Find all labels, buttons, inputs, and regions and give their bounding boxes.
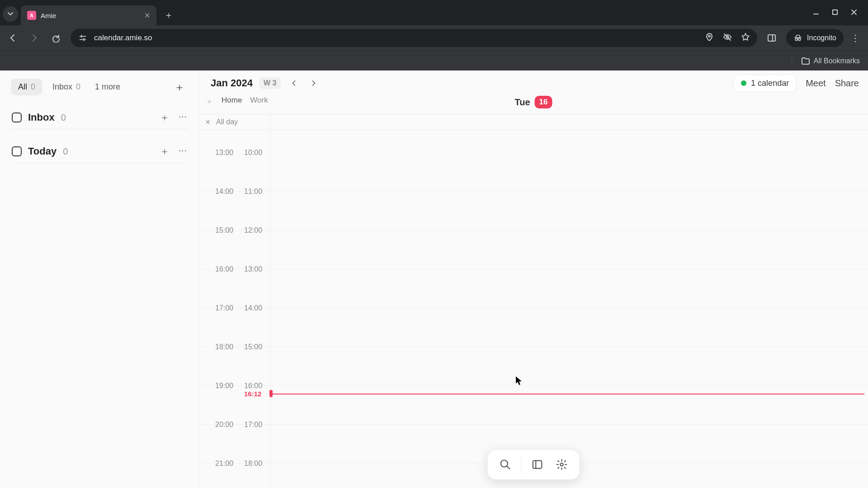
section-more-icon[interactable]: ··· — [179, 145, 187, 158]
layout-button[interactable] — [527, 454, 548, 475]
sidebar-section-inbox[interactable]: Inbox 0 ＋ ··· — [11, 108, 188, 127]
all-bookmarks-button[interactable]: All Bookmarks — [814, 57, 860, 65]
close-window-icon[interactable] — [851, 9, 857, 17]
all-day-row[interactable]: ✕ All day — [199, 114, 868, 130]
layout-icon — [532, 459, 543, 470]
bookmark-star-icon[interactable] — [741, 33, 750, 44]
hour-label-primary: 16:00 — [215, 265, 233, 273]
calendars-label: 1 calendar — [751, 79, 789, 88]
tracking-blocked-icon[interactable] — [723, 33, 732, 44]
app-root: All 0 Inbox 0 1 more ＋ Inbox 0 — [0, 70, 868, 488]
sidebar-tab-label: Inbox — [52, 82, 72, 92]
tab-search-button[interactable] — [3, 6, 18, 22]
hour-row[interactable] — [199, 269, 868, 308]
browser-tab[interactable]: A Amie ✕ — [21, 5, 156, 25]
hour-label-primary: 19:00 — [215, 382, 233, 390]
minimize-icon[interactable] — [813, 9, 819, 17]
section-add-icon[interactable]: ＋ — [160, 145, 170, 158]
incognito-chip[interactable]: Incognito — [786, 29, 844, 47]
hour-label-primary: 15:00 — [215, 226, 233, 235]
hour-label-primary: 20:00 — [215, 421, 233, 429]
calendars-chip[interactable]: 1 calendar — [733, 75, 797, 92]
location-icon[interactable] — [705, 33, 714, 44]
search-button[interactable] — [495, 454, 516, 475]
sidebar-tab-inbox[interactable]: Inbox 0 — [45, 79, 88, 95]
sidebar-section-count: 0 — [63, 146, 68, 157]
reload-button[interactable] — [49, 31, 63, 45]
forward-button[interactable] — [27, 31, 42, 45]
profile-tabs: ＋ Home Work Tue 16 — [199, 96, 868, 114]
folder-icon — [801, 56, 810, 66]
search-icon — [500, 459, 511, 470]
hour-label-primary: 21:00 — [215, 460, 233, 468]
tab-title: Amie — [41, 12, 56, 19]
sidebar-section-today[interactable]: Today 0 ＋ ··· — [11, 142, 188, 161]
prev-button[interactable] — [287, 76, 301, 90]
hour-label-secondary: 16:00 — [244, 382, 262, 390]
now-indicator-label: 16:12 — [244, 390, 261, 398]
new-tab-button[interactable]: ＋ — [161, 7, 176, 23]
svg-rect-0 — [833, 10, 837, 14]
bookmarks-bar: All Bookmarks — [0, 51, 868, 70]
hour-label-primary: 14:00 — [215, 188, 233, 196]
day-of-week: Tue — [515, 97, 530, 108]
sidebar-tab-count: 0 — [76, 82, 80, 92]
svg-rect-3 — [768, 35, 775, 41]
checkbox-icon — [12, 146, 22, 156]
hour-label-secondary: 15:00 — [244, 343, 262, 351]
url-text: calendar.amie.so — [94, 33, 152, 42]
share-button[interactable]: Share — [835, 78, 859, 89]
hour-label-secondary: 17:00 — [244, 421, 262, 429]
settings-button[interactable] — [552, 454, 572, 475]
sidebar-section-title: Inbox — [28, 112, 55, 123]
hour-label-primary: 18:00 — [215, 343, 233, 351]
all-day-label: All day — [216, 118, 238, 126]
sidebar-tab-all[interactable]: All 0 — [11, 79, 42, 95]
browser-toolbar: calendar.amie.so Incognito ⋮ — [0, 25, 868, 51]
address-bar[interactable]: calendar.amie.so — [71, 29, 757, 47]
section-add-icon[interactable]: ＋ — [160, 111, 170, 124]
hour-label-secondary: 18:00 — [244, 460, 262, 468]
sidebar-tab-count: 0 — [31, 82, 35, 92]
sidebar-section-count: 0 — [61, 113, 66, 123]
next-button[interactable] — [307, 76, 321, 90]
sidepanel-icon[interactable] — [764, 31, 779, 45]
back-button[interactable] — [5, 31, 20, 45]
add-profile-icon[interactable]: ＋ — [205, 96, 213, 107]
profile-work[interactable]: Work — [250, 96, 268, 105]
hour-row[interactable] — [199, 230, 868, 269]
time-grid[interactable]: 13:0010:0014:0011:0015:0012:0016:0013:00… — [199, 130, 868, 488]
section-more-icon[interactable]: ··· — [179, 111, 187, 124]
now-indicator-line — [270, 394, 864, 394]
hour-label-secondary: 12:00 — [244, 226, 262, 235]
hour-row[interactable] — [199, 386, 868, 425]
profile-home[interactable]: Home — [222, 96, 242, 105]
hour-row[interactable] — [199, 308, 868, 347]
sidebar-tab-label: All — [18, 82, 27, 92]
gear-icon — [556, 459, 568, 470]
browser-titlebar: A Amie ✕ ＋ — [0, 0, 868, 25]
window-controls — [802, 0, 868, 25]
sidebar-section-title: Today — [28, 145, 57, 157]
sidebar: All 0 Inbox 0 1 more ＋ Inbox 0 — [0, 70, 199, 488]
hour-label-secondary: 10:00 — [244, 149, 262, 157]
day-number-badge: 16 — [535, 96, 552, 108]
calendar-topbar: Jan 2024 W 3 1 calendar Meet Share — [199, 70, 868, 96]
sidebar-add-button[interactable]: ＋ — [171, 79, 188, 95]
hour-row[interactable] — [199, 347, 868, 386]
incognito-label: Incognito — [807, 34, 836, 42]
hour-row[interactable] — [199, 153, 868, 192]
site-settings-icon[interactable] — [78, 33, 88, 43]
now-indicator-handle — [269, 390, 273, 397]
checkbox-icon — [12, 113, 22, 122]
meet-button[interactable]: Meet — [806, 78, 826, 89]
close-tab-icon[interactable]: ✕ — [144, 11, 150, 20]
maximize-icon[interactable] — [832, 9, 838, 17]
week-chip[interactable]: W 3 — [259, 77, 281, 89]
hour-label-primary: 13:00 — [215, 149, 233, 157]
sidebar-tab-more[interactable]: 1 more — [90, 79, 125, 95]
browser-menu-button[interactable]: ⋮ — [848, 31, 863, 45]
collapse-icon[interactable]: ✕ — [205, 118, 211, 126]
hour-row[interactable] — [199, 192, 868, 230]
day-header: Tue 16 — [515, 96, 552, 108]
